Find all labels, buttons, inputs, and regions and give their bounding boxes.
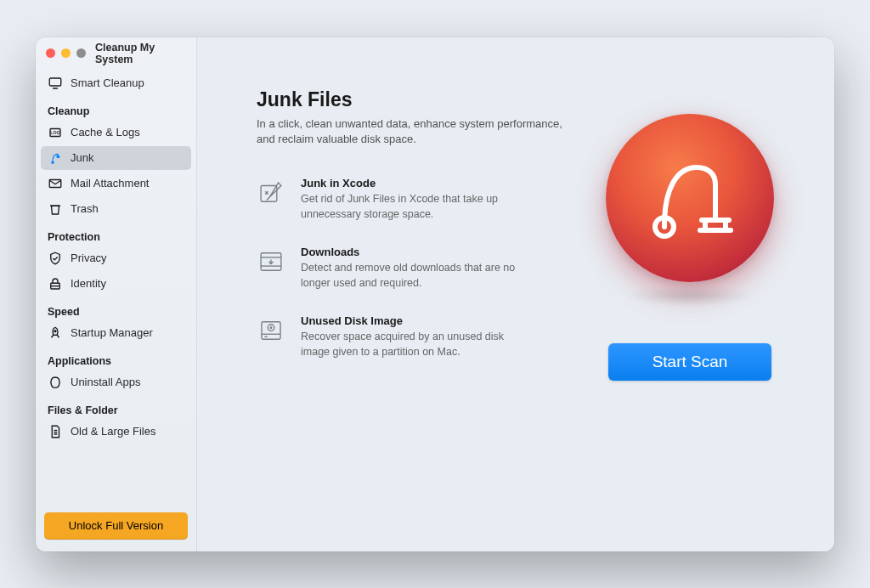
- lock-icon: [48, 276, 63, 291]
- sidebar-item-label: Startup Manager: [71, 326, 153, 339]
- sidebar-item-startup-manager[interactable]: Startup Manager: [41, 321, 191, 345]
- feature-title: Junk in Xcode: [301, 177, 562, 189]
- sidebar-item-label: Uninstall Apps: [71, 376, 140, 388]
- page-subtitle: In a click, clean unwanted data, enhance…: [257, 116, 562, 149]
- sidebar-item-trash[interactable]: Trash: [41, 197, 191, 221]
- sidebar-item-label: Junk: [71, 151, 93, 164]
- svg-point-24: [662, 224, 667, 229]
- sidebar: Cleanup My System Smart Cleanup Cleanup: [36, 37, 197, 551]
- start-scan-button[interactable]: Start Scan: [608, 343, 771, 381]
- sidebar-item-label: Smart Cleanup: [71, 76, 144, 89]
- sidebar-item-label: Privacy: [71, 252, 107, 264]
- feature-title: Unused Disk Image: [301, 314, 562, 327]
- log-icon: LOG: [48, 125, 63, 140]
- app-icon: [48, 375, 63, 390]
- xcode-icon: [257, 178, 285, 207]
- unlock-button-label: Unlock Full Version: [69, 519, 163, 532]
- hero-panel: Start Scan: [596, 114, 783, 381]
- window-title: Cleanup My System: [95, 42, 186, 65]
- sidebar-item-label: Mail Attachment: [71, 177, 150, 189]
- feature-desc: Get rid of Junk Files in Xcode that take…: [301, 192, 522, 222]
- file-icon: [48, 424, 63, 439]
- download-box-icon: [257, 247, 285, 276]
- fullscreen-window-button[interactable]: [76, 48, 86, 58]
- monitor-icon: [48, 76, 63, 91]
- unlock-full-version-button[interactable]: Unlock Full Version: [44, 512, 188, 540]
- svg-text:LOG: LOG: [50, 130, 59, 135]
- sidebar-item-smart-cleanup[interactable]: Smart Cleanup: [41, 71, 191, 95]
- sidebar-item-privacy[interactable]: Privacy: [41, 246, 191, 270]
- trash-icon: [48, 201, 63, 217]
- svg-point-20: [270, 327, 272, 329]
- section-files-folder: Files & Folder: [41, 396, 191, 420]
- sidebar-item-old-large-files[interactable]: Old & Large Files: [41, 420, 191, 444]
- sidebar-item-junk[interactable]: Junk: [41, 146, 191, 170]
- svg-rect-0: [49, 78, 61, 86]
- mail-icon: [48, 176, 63, 191]
- traffic-lights: [46, 48, 86, 58]
- sidebar-item-cache-logs[interactable]: LOG Cache & Logs: [41, 121, 191, 144]
- rocket-icon: [48, 325, 63, 341]
- main-content: Junk Files In a click, clean unwanted da…: [197, 37, 834, 551]
- feature-desc: Detect and remove old downloads that are…: [301, 261, 522, 291]
- main-left-column: Junk Files In a click, clean unwanted da…: [257, 88, 562, 517]
- sidebar-item-uninstall-apps[interactable]: Uninstall Apps: [41, 370, 191, 394]
- section-cleanup: Cleanup: [41, 97, 191, 121]
- minimize-window-button[interactable]: [61, 48, 71, 58]
- vacuum-hero-icon: [639, 147, 741, 249]
- feature-junk-xcode: Junk in Xcode Get rid of Junk Files in X…: [257, 177, 562, 222]
- start-scan-label: Start Scan: [652, 353, 728, 371]
- svg-rect-5: [57, 155, 60, 158]
- feature-downloads: Downloads Detect and remove old download…: [257, 246, 562, 291]
- sidebar-item-label: Identity: [71, 277, 106, 290]
- feature-disk-image: Unused Disk Image Recover space acquired…: [257, 314, 562, 359]
- vacuum-icon: [48, 150, 63, 166]
- disk-image-icon: [257, 316, 285, 345]
- section-applications: Applications: [41, 347, 191, 370]
- feature-desc: Recover space acquired by an unused disk…: [301, 330, 522, 359]
- svg-point-10: [54, 330, 56, 331]
- feature-title: Downloads: [301, 246, 562, 258]
- close-window-button[interactable]: [46, 48, 55, 58]
- sidebar-item-identity[interactable]: Identity: [41, 272, 191, 296]
- svg-point-19: [268, 325, 274, 331]
- svg-point-4: [51, 161, 54, 163]
- sidebar-item-mail-attachment[interactable]: Mail Attachment: [41, 172, 191, 195]
- sidebar-item-label: Cache & Logs: [71, 126, 140, 139]
- page-title: Junk Files: [257, 88, 562, 111]
- section-protection: Protection: [41, 223, 191, 246]
- app-window: Cleanup My System Smart Cleanup Cleanup: [36, 37, 834, 551]
- sidebar-content: Smart Cleanup Cleanup LOG Cache & Logs: [36, 70, 196, 445]
- titlebar: Cleanup My System: [36, 37, 196, 70]
- hero-circle: [606, 114, 774, 282]
- section-speed: Speed: [41, 297, 191, 321]
- shield-icon: [48, 251, 63, 266]
- sidebar-item-label: Old & Large Files: [71, 425, 155, 438]
- sidebar-item-label: Trash: [71, 202, 99, 215]
